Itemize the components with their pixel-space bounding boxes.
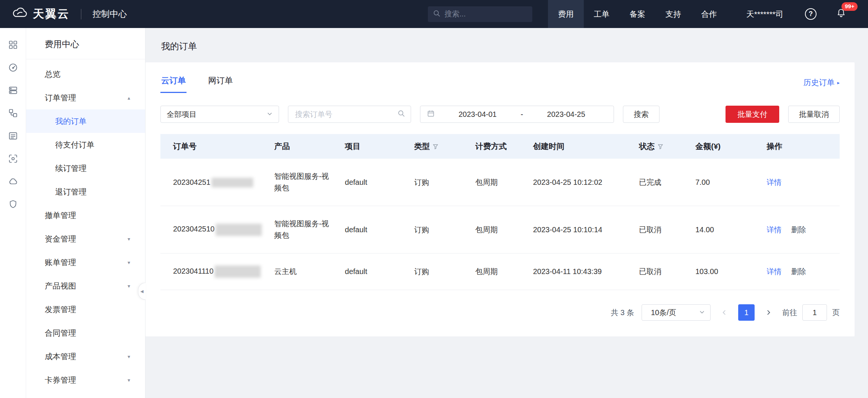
cell-billing-mode: 包周期 [471, 206, 529, 254]
brand-logo[interactable]: 天翼云 [11, 6, 70, 22]
icon-rail [0, 28, 26, 398]
sidebar-item-unsubscribe-management[interactable]: 退订管理 [26, 180, 145, 203]
goto-page-input[interactable] [802, 304, 827, 321]
topbar-nav-ticket[interactable]: 工单 [584, 0, 620, 28]
goto-page-group: 前往 页 [782, 304, 840, 321]
order-search-input[interactable] [294, 110, 388, 119]
page-size-select[interactable]: 10条/页 [642, 304, 711, 321]
notifications-button[interactable]: 99+ [836, 8, 846, 20]
cloud-service-icon[interactable] [8, 177, 18, 186]
date-range-picker[interactable]: - [420, 106, 614, 123]
resource-list-icon[interactable] [8, 131, 18, 141]
order-delete-link[interactable]: 删除 [791, 267, 806, 276]
next-page-button[interactable] [762, 304, 775, 321]
history-orders-link[interactable]: 历史订单 ▸ [803, 77, 840, 88]
order-no-text: 2023041110 [173, 267, 213, 275]
date-start-input[interactable] [437, 110, 518, 119]
security-shield-icon[interactable] [8, 199, 18, 209]
order-search-box[interactable] [288, 106, 411, 123]
cell-product: 智能视图服务-视频包 [270, 206, 340, 254]
dashboard-gauge-icon[interactable] [8, 63, 18, 72]
sidebar-item-renewal-management[interactable]: 续订管理 [26, 156, 145, 180]
cell-product: 云主机 [270, 254, 340, 290]
filters-row: 全部项目 [160, 106, 840, 123]
topbar-search-input[interactable] [444, 9, 527, 19]
date-end-input[interactable] [525, 110, 607, 119]
project-select[interactable]: 全部项目 [160, 106, 279, 123]
sidebar-item-withdraw-management[interactable]: 撤单管理 [26, 203, 145, 227]
sidebar-title: 费用中心 [26, 28, 145, 59]
topbar-divider [81, 9, 81, 19]
table-row: 2023042510 智能视图服务-视频包 default 订购 包周期 202… [160, 206, 840, 254]
topbar-nav-billing[interactable]: 费用 [548, 0, 584, 28]
cell-order-no: 2023042510 [160, 206, 270, 254]
tab-network-orders[interactable]: 网订单 [207, 72, 234, 93]
col-amount: 金额(¥) [691, 134, 762, 159]
apps-grid-icon[interactable] [8, 40, 18, 50]
arrow-right-icon: ▸ [837, 80, 840, 85]
sidebar-item-contract-management[interactable]: 合同管理 [26, 321, 145, 345]
cell-billing-mode: 包周期 [471, 159, 529, 206]
topbar-search[interactable] [428, 6, 532, 22]
orders-table: 订单号 产品 项目 类型 [160, 134, 840, 290]
search-icon[interactable] [398, 110, 405, 119]
search-icon [433, 10, 440, 19]
order-detail-link[interactable]: 详情 [767, 178, 781, 186]
caret-down-icon: ▾ [128, 377, 130, 383]
tab-cloud-orders[interactable]: 云订单 [160, 72, 187, 93]
goto-label: 前往 [782, 308, 797, 318]
topbar-nav-record[interactable]: 备案 [620, 0, 655, 28]
batch-cancel-button[interactable]: 批量取消 [788, 106, 840, 123]
topbar-nav-support[interactable]: 支持 [655, 0, 691, 28]
topbar-nav-cooperation[interactable]: 合作 [691, 0, 727, 28]
filter-funnel-icon[interactable] [658, 144, 663, 149]
order-no-text: 202304251 [173, 178, 210, 186]
sidebar-item-my-orders[interactable]: 我的订单 [26, 109, 145, 133]
current-page-button[interactable]: 1 [738, 304, 755, 321]
compute-server-icon[interactable] [8, 85, 18, 95]
batch-pay-button[interactable]: 批量支付 [726, 106, 779, 123]
order-delete-link[interactable]: 删除 [791, 226, 806, 234]
table-header-row: 订单号 产品 项目 类型 [160, 134, 840, 159]
order-detail-link[interactable]: 详情 [767, 226, 781, 234]
order-detail-link[interactable]: 详情 [767, 267, 781, 276]
console-center-link[interactable]: 控制中心 [93, 8, 127, 20]
sidebar-item-overview[interactable]: 总览 [26, 62, 145, 86]
col-product: 产品 [270, 134, 340, 159]
account-menu[interactable]: 天*******司 [746, 9, 783, 19]
table-row: 2023041110 云主机 default 订购 包周期 2023-04-11… [160, 254, 840, 290]
orders-card: 云订单 网订单 历史订单 ▸ 全部项目 [145, 62, 855, 336]
sidebar-group-coupon-management[interactable]: 卡券管理 ▾ [26, 368, 145, 392]
sidebar-item-invoice-management[interactable]: 发票管理 [26, 298, 145, 321]
cell-created-at: 2023-04-25 10:12:02 [529, 159, 634, 206]
cell-status: 已取消 [634, 206, 691, 254]
sidebar-group-funds-management[interactable]: 资金管理 ▾ [26, 227, 145, 251]
topbar: 天翼云 控制中心 费用 工单 备案 支持 合作 天*******司 ? 99+ [0, 0, 868, 28]
cell-order-no: 2023041110 [160, 254, 270, 290]
sidebar-group-order-management[interactable]: 订单管理 ▴ [26, 86, 145, 109]
order-no-text: 2023042510 [173, 225, 214, 233]
sidebar-group-cost-management[interactable]: 成本管理 ▾ [26, 345, 145, 368]
search-button[interactable]: 搜索 [623, 106, 659, 123]
goto-unit: 页 [832, 308, 840, 318]
caret-down-icon: ▾ [128, 236, 130, 242]
sidebar-group-product-view[interactable]: 产品视图 ▾ [26, 274, 145, 298]
col-created-at: 创建时间 [529, 134, 634, 159]
sidebar-item-label: 订单管理 [45, 93, 76, 103]
cell-product: 智能视图服务-视频包 [270, 159, 340, 206]
filter-funnel-icon[interactable] [433, 144, 438, 149]
sidebar-item-pending-orders[interactable]: 待支付订单 [26, 133, 145, 156]
redacted-order-suffix [214, 265, 261, 278]
topbar-nav: 费用 工单 备案 支持 合作 [548, 0, 727, 28]
workflow-nodes-icon[interactable] [8, 108, 18, 118]
sidebar-item-label: 续订管理 [55, 163, 87, 174]
prev-page-button[interactable] [718, 304, 731, 321]
scan-frame-icon[interactable] [8, 154, 18, 164]
pagination: 共 3 条 10条/页 1 前往 [160, 304, 840, 321]
sidebar-group-bill-management[interactable]: 账单管理 ▾ [26, 251, 145, 274]
help-icon[interactable]: ? [805, 8, 817, 20]
redacted-order-suffix [211, 178, 253, 187]
col-project: 项目 [341, 134, 410, 159]
collapse-arrow-icon: ◀ [140, 289, 143, 294]
col-type-label: 类型 [414, 141, 430, 152]
